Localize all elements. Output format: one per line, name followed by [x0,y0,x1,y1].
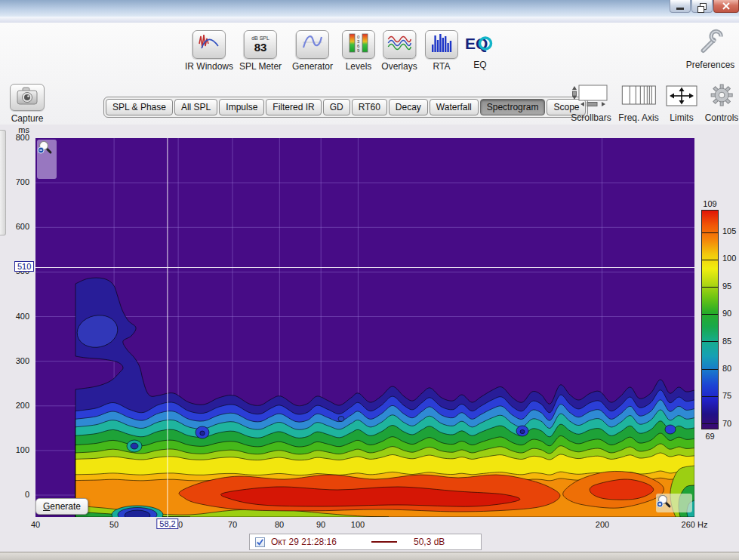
tab-gd[interactable]: GD [323,99,350,115]
minimize-icon [676,8,684,10]
color-scale-bar [701,210,719,429]
toolbar-spl-meter-button[interactable]: dB SPL83 SPL Meter [239,30,282,72]
x-tick-100: 100 [351,520,365,529]
toolbar-overlays-button[interactable]: Overlays [381,30,417,72]
controls-icon [709,83,735,110]
color-scale-tick-80: 80 [722,364,731,373]
minimize-button[interactable] [670,0,691,13]
capture-label: Capture [10,113,45,124]
toolbar-preferences-button[interactable]: Preferences [686,27,735,70]
color-scale-tick-75: 75 [722,391,731,400]
viewtool-scrollbars-button[interactable]: Scrollbars [571,86,611,123]
wrench-icon [695,26,725,58]
window-frame-strip [0,17,739,23]
x-tick-200: 200 [596,520,609,529]
color-scale-tick-105: 105 [722,226,736,235]
freq-axis-icon [620,85,657,110]
generator-icon [300,32,325,57]
y-tick-600: 600 [0,222,32,231]
tab-waterfall[interactable]: Waterfall [430,99,479,115]
cursor-time-readout: 510 [14,261,34,272]
color-scale-tick-100: 100 [722,254,736,263]
toolbar-overlays-label: Overlays [381,61,417,72]
legend-measurement-name[interactable]: Окт 29 21:28:16 [271,537,337,547]
ir-windows-icon [197,32,221,57]
x-tick-70: 70 [228,520,237,529]
tab-all-spl[interactable]: All SPL [174,99,217,115]
legend-series-line [371,541,397,543]
viewtool-freq-axis-button[interactable]: Freq. Axis [618,86,658,123]
x-tick-50: 50 [109,520,119,529]
color-scale: 109 105100959085807570 69 [698,198,739,451]
legend-cursor-value: 50,3 dB [414,537,445,547]
close-icon [722,2,730,10]
toolbar-generator-label: Generator [292,61,333,72]
y-tick-700: 700 [0,177,32,186]
toolbar-ir-windows-button[interactable]: IR Windows [185,30,233,72]
limits-icon [665,85,698,110]
toolbar-rta-button[interactable]: RTA [425,30,458,72]
color-scale-min: 69 [698,432,722,441]
y-tick-0: 0 [0,490,32,499]
spectrogram-canvas [35,138,694,517]
viewtool-limits-button[interactable]: Limits [665,86,698,123]
restore-button[interactable] [691,0,713,13]
zoom-controls-horizontal [656,494,692,512]
overlays-icon [386,32,412,57]
toolbar-spl-meter-label: SPL Meter [239,61,282,72]
generate-button[interactable]: Generate [35,498,88,515]
spl-meter-icon: dB SPL83 [251,35,269,54]
y-tick-200: 200 [0,401,32,410]
tab-spectrogram[interactable]: Spectrogram [480,99,546,115]
window-footer [0,552,739,560]
y-tick-100: 100 [0,445,32,454]
toolbar-rta-label: RTA [425,61,458,72]
viewtool-scrollbars-label: Scrollbars [571,112,611,123]
toolbar-levels-label: Levels [342,61,375,72]
restore-icon [700,3,707,10]
levels-icon: 0369 [346,32,371,57]
toolbar-ir-windows-label: IR Windows [185,61,233,72]
tab-filtered-ir[interactable]: Filtered IR [266,99,321,115]
color-scale-tick-85: 85 [722,337,731,346]
rta-icon [430,32,454,57]
x-tick-80: 80 [275,520,284,529]
zoom-controls-vertical [37,140,57,179]
color-scale-tick-95: 95 [722,282,731,291]
toolbar-eq-label: EQ [464,60,496,70]
tab-spl-phase[interactable]: SPL & Phase [106,99,173,115]
tab-impulse[interactable]: Impulse [219,99,264,115]
tab-rt60[interactable]: RT60 [352,99,387,115]
viewtool-controls-button[interactable]: Controls [705,86,739,123]
y-tick-400: 400 [0,312,32,321]
legend-bar: Окт 29 21:28:16 50,3 dB [249,534,482,550]
color-scale-tick-90: 90 [722,309,731,318]
spectrogram-plot[interactable]: Generate [35,138,694,517]
close-button[interactable] [713,0,739,13]
toolbar-preferences-label: Preferences [686,60,735,70]
toolbar-eq-button[interactable]: EQ EQ [464,30,496,70]
x-tick-260: 260 Hz [682,520,708,529]
x-tick-40: 40 [31,520,40,529]
graph-tabs: SPL & PhaseAll SPLImpulseFiltered IRGDRT… [103,97,588,118]
cursor-freq-readout: 58,2 [156,518,178,529]
scrollbars-icon [571,85,611,110]
capture-button[interactable]: Capture [10,84,45,124]
y-tick-300: 300 [0,356,32,365]
titlebar[interactable] [0,0,739,17]
svg-text:9: 9 [357,48,360,53]
camera-icon [12,84,42,111]
x-tick-90: 90 [316,520,325,529]
legend-checkbox[interactable] [255,537,265,547]
tab-decay[interactable]: Decay [389,99,428,115]
viewtool-controls-label: Controls [705,112,739,123]
eq-icon: EQ [464,31,496,57]
color-scale-max: 109 [698,199,722,208]
color-scale-tick-70: 70 [722,419,731,428]
toolbar-generator-button[interactable]: Generator [292,30,333,72]
check-icon [256,538,264,546]
viewtool-limits-label: Limits [665,112,698,123]
viewtool-freq-axis-label: Freq. Axis [618,112,658,123]
toolbar-levels-button[interactable]: 0369 Levels [342,30,375,72]
y-tick-800: 800 [0,133,32,142]
